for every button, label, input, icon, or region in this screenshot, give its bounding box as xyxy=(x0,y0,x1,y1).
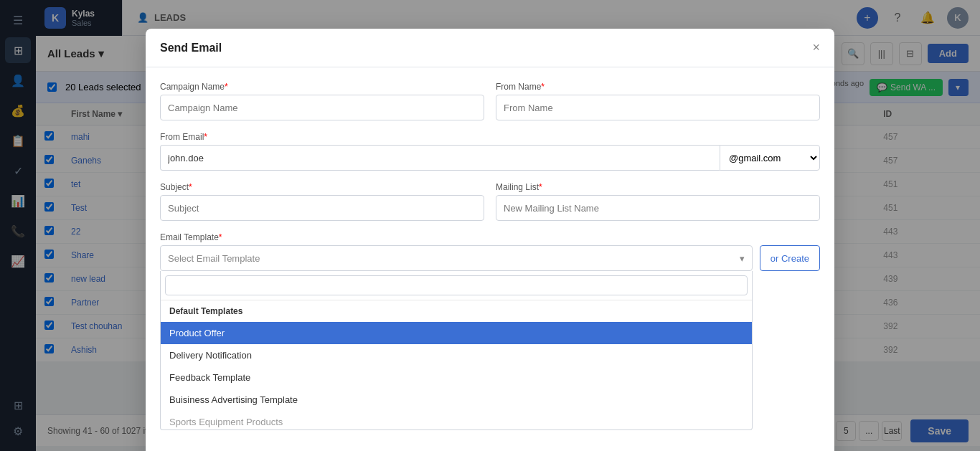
template-chevron-icon: ▾ xyxy=(740,253,745,264)
form-row-2: From Email* @gmail.com xyxy=(160,132,820,171)
dropdown-search-input[interactable] xyxy=(165,275,748,295)
dropdown-item-advertising[interactable]: Buisiness Advertising Template xyxy=(161,389,752,411)
dropdown-search xyxy=(161,271,752,300)
email-template-group: Email Template* Select Email Template ▾ xyxy=(160,232,820,430)
dropdown-item-product-offer[interactable]: Product Offer xyxy=(161,322,752,344)
modal-header: Send Email × xyxy=(146,29,834,67)
dropdown-item-sports[interactable]: Sports Equipment Products xyxy=(161,411,752,429)
dropdown-item-delivery[interactable]: Delivery Notification xyxy=(161,344,752,366)
dropdown-group-label: Default Templates xyxy=(161,300,752,322)
mailing-list-label: Mailing List* xyxy=(496,182,820,192)
dropdown-item-feedback[interactable]: Feedback Template xyxy=(161,366,752,389)
from-name-group: From Name* xyxy=(496,82,820,120)
modal-overlay: Send Email × Campaign Name* From Name* xyxy=(0,0,980,451)
email-domain-select[interactable]: @gmail.com xyxy=(720,145,820,171)
form-row-1: Campaign Name* From Name* xyxy=(160,82,820,120)
template-select-wrap: Select Email Template ▾ Default Template… xyxy=(160,245,753,430)
or-create-button[interactable]: or Create xyxy=(760,245,820,271)
template-row: Select Email Template ▾ Default Template… xyxy=(160,245,820,430)
form-row-3: Subject* Mailing List* xyxy=(160,182,820,221)
from-name-label: From Name* xyxy=(496,82,820,92)
from-name-input[interactable] xyxy=(496,95,820,120)
mailing-list-group: Mailing List* xyxy=(496,182,820,221)
subject-label: Subject* xyxy=(160,182,484,192)
email-template-label: Email Template* xyxy=(160,232,820,242)
template-select-button[interactable]: Select Email Template ▾ xyxy=(160,245,753,271)
modal-title: Send Email xyxy=(160,42,222,54)
dropdown-panel: Default Templates Product Offer Delivery… xyxy=(160,271,753,430)
email-row: @gmail.com xyxy=(160,145,820,171)
template-select-placeholder: Select Email Template xyxy=(168,253,260,264)
from-email-label: From Email* xyxy=(160,132,820,142)
modal-body: Campaign Name* From Name* xyxy=(146,67,834,451)
campaign-name-label: Campaign Name* xyxy=(160,82,484,92)
subject-input[interactable] xyxy=(160,195,484,221)
from-email-group: From Email* @gmail.com xyxy=(160,132,820,171)
mailing-list-input[interactable] xyxy=(496,195,820,221)
campaign-name-group: Campaign Name* xyxy=(160,82,484,120)
email-username-input[interactable] xyxy=(160,145,720,171)
send-email-modal: Send Email × Campaign Name* From Name* xyxy=(146,29,834,451)
campaign-name-input[interactable] xyxy=(160,95,484,120)
form-row-4: Email Template* Select Email Template ▾ xyxy=(160,232,820,430)
modal-close-button[interactable]: × xyxy=(812,40,820,55)
subject-group: Subject* xyxy=(160,182,484,221)
dropdown-list: Default Templates Product Offer Delivery… xyxy=(161,300,752,429)
